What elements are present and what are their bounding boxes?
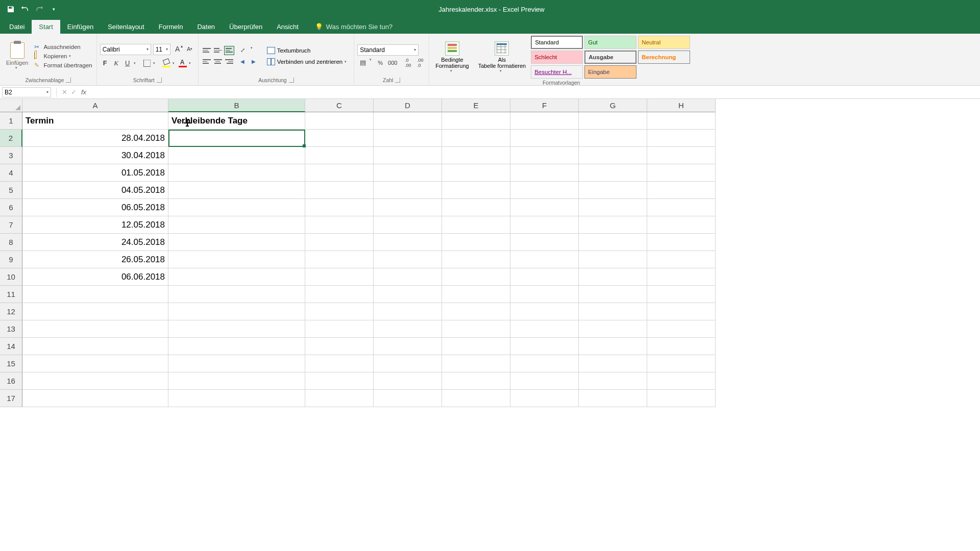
worksheet[interactable]: A B C D E F G H 123456789101112131415161… xyxy=(0,99,980,407)
cell[interactable] xyxy=(374,251,442,268)
cell[interactable] xyxy=(22,338,168,355)
cell[interactable] xyxy=(305,372,374,390)
cell[interactable] xyxy=(168,251,305,268)
format-as-table-button[interactable]: Als Tabelle formatieren ▾ xyxy=(475,40,529,74)
tab-ueberpruefen[interactable]: Überprüfen xyxy=(222,20,270,34)
cell[interactable] xyxy=(579,268,647,286)
cell[interactable] xyxy=(510,251,579,268)
cell[interactable]: 04.05.2018 xyxy=(22,182,168,199)
cell[interactable] xyxy=(374,320,442,338)
cancel-formula-button[interactable]: ✕ xyxy=(60,88,69,96)
row-header[interactable]: 16 xyxy=(0,372,22,390)
cell[interactable] xyxy=(579,112,647,130)
cell[interactable] xyxy=(647,216,716,234)
cell[interactable] xyxy=(579,130,647,147)
cell[interactable] xyxy=(442,390,510,407)
cell[interactable] xyxy=(579,251,647,268)
row-header[interactable]: 17 xyxy=(0,390,22,407)
cell[interactable] xyxy=(442,320,510,338)
row-header[interactable]: 2 xyxy=(0,130,22,147)
cell[interactable] xyxy=(647,112,716,130)
conditional-formatting-button[interactable]: Bedingte Formatierung ▾ xyxy=(432,40,472,74)
row-header[interactable]: 6 xyxy=(0,199,22,216)
cell[interactable] xyxy=(168,286,305,303)
cell[interactable] xyxy=(305,268,374,286)
cell[interactable] xyxy=(442,182,510,199)
cell[interactable]: 26.05.2018 xyxy=(22,251,168,268)
dialog-launcher-icon[interactable] xyxy=(66,78,71,83)
cell[interactable] xyxy=(579,320,647,338)
save-icon[interactable] xyxy=(6,5,15,14)
cell[interactable] xyxy=(374,338,442,355)
cell[interactable] xyxy=(22,320,168,338)
row-header[interactable]: 12 xyxy=(0,303,22,320)
cell[interactable] xyxy=(305,164,374,182)
cell[interactable]: 06.05.2018 xyxy=(22,199,168,216)
align-left-button[interactable] xyxy=(202,57,212,66)
cell[interactable] xyxy=(168,147,305,164)
column-header-B[interactable]: B xyxy=(168,99,305,112)
cell[interactable] xyxy=(305,234,374,251)
cell[interactable]: 24.05.2018 xyxy=(22,234,168,251)
cell[interactable] xyxy=(579,199,647,216)
cell[interactable] xyxy=(442,268,510,286)
column-header-D[interactable]: D xyxy=(374,99,442,112)
percent-format-button[interactable]: % xyxy=(375,58,386,68)
cell[interactable] xyxy=(579,234,647,251)
decrease-font-button[interactable]: A▾ xyxy=(185,44,195,54)
enter-formula-button[interactable]: ✓ xyxy=(69,88,78,96)
fill-color-button[interactable] xyxy=(161,58,172,68)
cell[interactable] xyxy=(647,147,716,164)
cell[interactable] xyxy=(647,268,716,286)
cut-button[interactable]: ✂Ausschneiden xyxy=(33,43,93,51)
tell-me-search[interactable]: 💡 Was möchten Sie tun? xyxy=(310,20,398,34)
cell[interactable] xyxy=(305,355,374,372)
chevron-down-icon[interactable]: ▾ xyxy=(251,46,255,55)
cell[interactable] xyxy=(22,372,168,390)
chevron-down-icon[interactable]: ▾ xyxy=(46,90,48,94)
wrap-text-button[interactable]: Textumbruch xyxy=(265,46,351,55)
cell[interactable] xyxy=(579,164,647,182)
cell[interactable] xyxy=(22,390,168,407)
column-header-C[interactable]: C xyxy=(305,99,374,112)
font-color-button[interactable]: A xyxy=(178,58,188,68)
align-middle-button[interactable] xyxy=(213,46,223,55)
select-all-corner[interactable] xyxy=(0,99,22,112)
cell[interactable] xyxy=(647,303,716,320)
tab-daten[interactable]: Daten xyxy=(190,20,222,34)
cell[interactable]: 06.06.2018 xyxy=(22,268,168,286)
cell[interactable] xyxy=(510,338,579,355)
cell[interactable] xyxy=(579,390,647,407)
cell[interactable] xyxy=(442,216,510,234)
cell[interactable] xyxy=(442,286,510,303)
cell[interactable] xyxy=(510,216,579,234)
cell[interactable] xyxy=(647,130,716,147)
row-header[interactable]: 10 xyxy=(0,268,22,286)
cell[interactable] xyxy=(168,372,305,390)
cell[interactable] xyxy=(305,199,374,216)
redo-icon[interactable] xyxy=(35,5,44,14)
borders-button[interactable] xyxy=(142,58,152,68)
cell[interactable] xyxy=(442,147,510,164)
row-header[interactable]: 7 xyxy=(0,216,22,234)
chevron-down-icon[interactable]: ▾ xyxy=(15,66,19,70)
cell[interactable] xyxy=(374,164,442,182)
cell[interactable] xyxy=(168,234,305,251)
cell[interactable] xyxy=(374,268,442,286)
cell[interactable] xyxy=(579,303,647,320)
italic-button[interactable]: K xyxy=(111,58,121,68)
cell[interactable] xyxy=(374,216,442,234)
style-gut[interactable]: Gut xyxy=(584,36,636,49)
font-size-combo[interactable]: 11▾ xyxy=(153,44,170,55)
row-header[interactable]: 8 xyxy=(0,234,22,251)
cell[interactable] xyxy=(168,338,305,355)
row-header[interactable]: 13 xyxy=(0,320,22,338)
chevron-down-icon[interactable]: ▾ xyxy=(173,61,177,65)
cell[interactable] xyxy=(168,164,305,182)
cell[interactable] xyxy=(305,303,374,320)
chevron-down-icon[interactable]: ▾ xyxy=(153,61,157,65)
cell[interactable] xyxy=(374,234,442,251)
cell[interactable] xyxy=(374,355,442,372)
qat-customize-icon[interactable]: ▾ xyxy=(49,5,58,14)
cell[interactable] xyxy=(168,130,305,147)
